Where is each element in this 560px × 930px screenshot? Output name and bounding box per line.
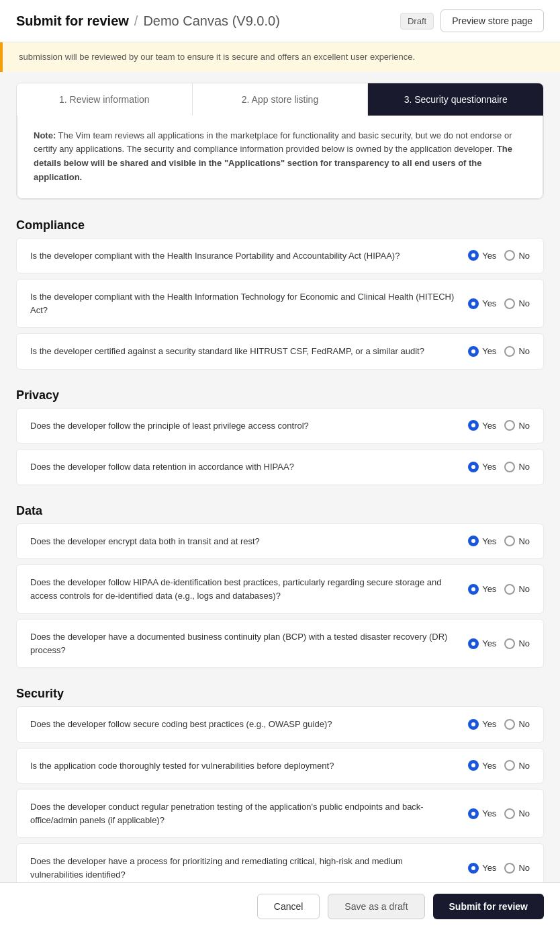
radio-group: Yes No [468, 808, 530, 819]
question-text: Does the developer follow data retention… [30, 460, 457, 474]
yes-option[interactable]: Yes [468, 462, 496, 472]
yes-option[interactable]: Yes [468, 536, 496, 546]
question-text: Does the developer follow the principle … [30, 419, 457, 433]
question-row: Is the developer compliant with the Heal… [16, 279, 544, 328]
no-label: No [518, 298, 530, 308]
no-radio[interactable] [504, 760, 515, 771]
yes-option[interactable]: Yes [468, 298, 496, 309]
yes-option[interactable]: Yes [468, 808, 496, 819]
header-separator: / [134, 13, 138, 29]
no-option[interactable]: No [504, 719, 530, 730]
no-option[interactable]: No [504, 536, 530, 546]
yes-radio[interactable] [468, 462, 479, 472]
note-text: The Vim team reviews all applications in… [34, 130, 512, 155]
yes-label: Yes [482, 421, 496, 431]
question-row: Is the application code thoroughly teste… [16, 748, 544, 784]
no-option[interactable]: No [504, 863, 530, 874]
note-section: Note: The Vim team reviews all applicati… [17, 116, 543, 199]
yes-label: Yes [482, 584, 496, 594]
submit-for-review-button[interactable]: Submit for review [433, 894, 544, 919]
no-label: No [518, 346, 530, 356]
cancel-button[interactable]: Cancel [257, 894, 320, 919]
no-option[interactable]: No [504, 346, 530, 357]
question-text: Is the developer certified against a sec… [30, 345, 457, 358]
yes-option[interactable]: Yes [468, 584, 496, 595]
yes-radio[interactable] [468, 760, 479, 771]
yes-option[interactable]: Yes [468, 760, 496, 771]
radio-group: Yes No [468, 584, 530, 595]
compliance-section-title: Compliance [16, 218, 544, 232]
no-radio[interactable] [504, 462, 515, 472]
yes-radio[interactable] [468, 420, 479, 431]
no-radio[interactable] [504, 808, 515, 819]
no-option[interactable]: No [504, 760, 530, 771]
yes-option[interactable]: Yes [468, 346, 496, 357]
yes-radio[interactable] [468, 808, 479, 819]
security-section-title: Security [16, 687, 544, 701]
no-radio[interactable] [504, 346, 515, 357]
yes-label: Yes [482, 638, 496, 648]
tab-app-store-listing[interactable]: 2. App store listing [193, 83, 369, 116]
yes-label: Yes [482, 298, 496, 308]
yes-label: Yes [482, 346, 496, 356]
tab-review-information[interactable]: 1. Review information [17, 83, 193, 116]
no-radio[interactable] [504, 420, 515, 431]
yes-radio[interactable] [468, 719, 479, 730]
header-left: Submit for review / Demo Canvas (V9.0.0) [16, 13, 280, 29]
no-radio[interactable] [504, 719, 515, 730]
no-option[interactable]: No [504, 584, 530, 595]
no-option[interactable]: No [504, 638, 530, 649]
yes-radio[interactable] [468, 638, 479, 649]
yes-radio[interactable] [468, 584, 479, 595]
no-option[interactable]: No [504, 462, 530, 472]
tabs: 1. Review information 2. App store listi… [17, 83, 543, 116]
yes-option[interactable]: Yes [468, 638, 496, 649]
yes-radio[interactable] [468, 536, 479, 546]
yes-option[interactable]: Yes [468, 863, 496, 874]
yes-radio[interactable] [468, 298, 479, 309]
question-row: Does the developer conduct regular penet… [16, 789, 544, 838]
yes-radio[interactable] [468, 346, 479, 357]
data-section-title: Data [16, 504, 544, 518]
no-label: No [518, 584, 530, 594]
no-radio[interactable] [504, 536, 515, 546]
no-radio[interactable] [504, 250, 515, 261]
tab-security-questionnaire[interactable]: 3. Security questionnaire [368, 83, 543, 116]
no-option[interactable]: No [504, 420, 530, 431]
no-radio[interactable] [504, 638, 515, 649]
radio-group: Yes No [468, 462, 530, 472]
yes-option[interactable]: Yes [468, 719, 496, 730]
radio-group: Yes No [468, 298, 530, 309]
yes-radio[interactable] [468, 863, 479, 874]
no-option[interactable]: No [504, 298, 530, 309]
question-row: Does the developer follow the principle … [16, 408, 544, 444]
yes-option[interactable]: Yes [468, 250, 496, 261]
no-label: No [518, 536, 530, 546]
privacy-section-title: Privacy [16, 388, 544, 403]
no-label: No [518, 863, 530, 873]
radio-group: Yes No [468, 346, 530, 357]
no-option[interactable]: No [504, 808, 530, 819]
radio-group: Yes No [468, 536, 530, 546]
question-text: Does the developer encrypt data both in … [30, 535, 457, 548]
preview-store-page-button[interactable]: Preview store page [440, 9, 544, 32]
no-radio[interactable] [504, 863, 515, 874]
no-label: No [518, 638, 530, 648]
yes-radio[interactable] [468, 250, 479, 261]
yes-option[interactable]: Yes [468, 420, 496, 431]
radio-group: Yes No [468, 250, 530, 261]
question-text: Does the developer have a documented bus… [30, 630, 457, 657]
no-radio[interactable] [504, 584, 515, 595]
no-label: No [518, 421, 530, 431]
question-text: Is the developer compliant with the Heal… [30, 290, 457, 316]
question-text: Does the developer follow HIPAA de-ident… [30, 576, 457, 602]
no-option[interactable]: No [504, 250, 530, 261]
draft-badge: Draft [400, 13, 434, 30]
radio-group: Yes No [468, 638, 530, 649]
save-draft-button[interactable]: Save as a draft [328, 894, 424, 919]
yes-label: Yes [482, 761, 496, 771]
no-radio[interactable] [504, 298, 515, 309]
yes-label: Yes [482, 719, 496, 729]
no-label: No [518, 462, 530, 472]
question-row: Does the developer follow secure coding … [16, 706, 544, 743]
